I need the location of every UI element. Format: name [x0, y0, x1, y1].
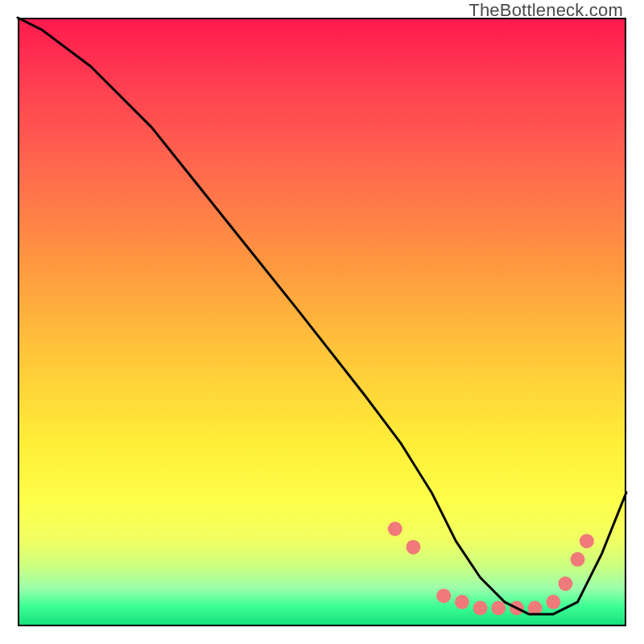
optimal-dot-3 [455, 595, 469, 609]
optimal-dot-0 [388, 522, 402, 536]
optimal-dot-9 [558, 576, 572, 591]
optimal-dot-5 [491, 601, 506, 615]
optimal-dot-1 [406, 540, 420, 555]
chart-frame [18, 18, 626, 626]
optimal-dot-11 [580, 534, 594, 548]
optimal-dot-10 [571, 552, 585, 567]
marker-group [388, 522, 594, 615]
optimal-dot-4 [473, 601, 488, 615]
chart-svg [18, 18, 626, 626]
optimal-dot-2 [436, 588, 451, 603]
optimal-dot-8 [546, 595, 560, 609]
bottleneck-curve [18, 18, 626, 614]
watermark-text: TheBottleneck.com [469, 0, 623, 21]
